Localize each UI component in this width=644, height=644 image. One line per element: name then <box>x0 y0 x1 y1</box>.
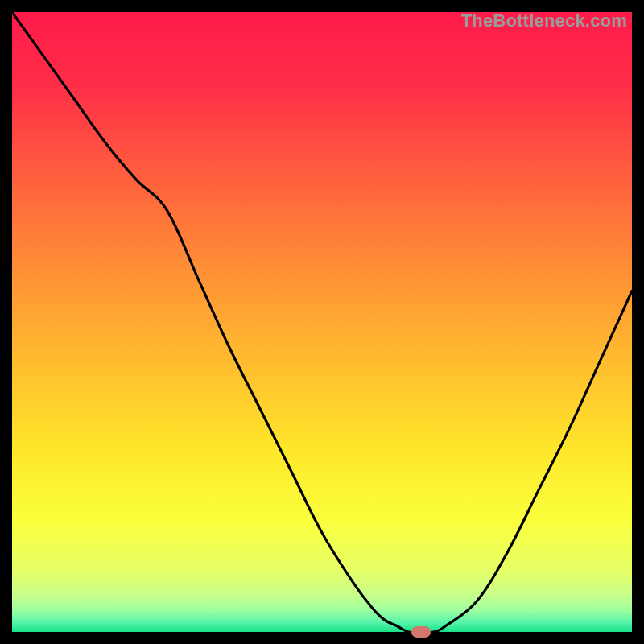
chart-frame: TheBottleneck.com <box>12 12 632 632</box>
optimal-point-marker <box>411 626 431 638</box>
watermark-text: TheBottleneck.com <box>461 10 627 31</box>
chart-background-gradient <box>12 12 632 632</box>
